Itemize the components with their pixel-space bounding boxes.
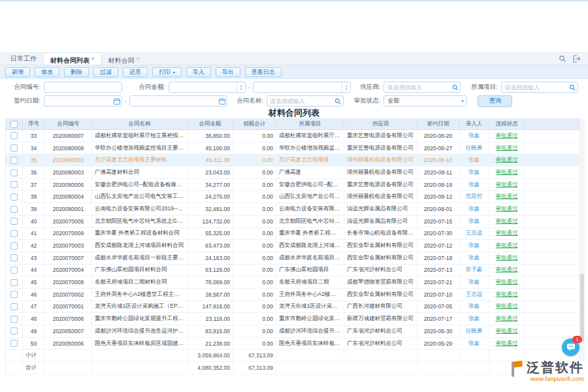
status-link[interactable]: 审批通过: [496, 205, 518, 212]
add-button[interactable]: 新增: [5, 67, 30, 77]
restore-button[interactable]: 还原: [123, 67, 148, 77]
tab-close-icon[interactable]: ×: [91, 56, 95, 61]
entry-person-link[interactable]: 张鑫: [468, 278, 480, 285]
row-checkbox[interactable]: [10, 267, 18, 274]
table-row[interactable]: 492020050007成都沙河环境综合提升改造运河护岸维修改造...83,91…: [6, 325, 580, 338]
view-log-button[interactable]: 查看日志: [245, 67, 282, 77]
row-checkbox[interactable]: [10, 193, 18, 201]
contract-no-input[interactable]: [44, 84, 122, 91]
contract-name-cell[interactable]: 成都沙河环境综合提升改造运河护岸维修改造...: [92, 325, 188, 338]
row-checkbox[interactable]: [10, 230, 18, 237]
contract-name-cell[interactable]: 成都杜甫草堂临时展厅独立展柜报警设备安装...: [92, 130, 188, 142]
contract-no-link[interactable]: 2020050006: [45, 337, 92, 350]
contract-no-link[interactable]: 2020080002: [45, 154, 92, 167]
entry-person-link[interactable]: 张鑫: [468, 242, 480, 248]
table-row[interactable]: 472020070001龙湾天街城1区设计采购施工（EPC）总承包...147,…: [6, 301, 580, 313]
row-checkbox[interactable]: [10, 327, 18, 335]
contract-name-cell[interactable]: 山西弘文房地产总公司电气安装工程材料合同: [92, 191, 188, 203]
export-button[interactable]: 导出: [216, 67, 240, 77]
contract-no-link[interactable]: 2020080006: [45, 178, 92, 191]
status-link[interactable]: 审批通过: [496, 218, 518, 224]
import-button[interactable]: 导入: [186, 67, 211, 77]
entry-person-link[interactable]: 张鑫: [468, 315, 480, 321]
row-checkbox[interactable]: [10, 279, 18, 286]
contract-name-cell[interactable]: 龙湾天街城1区设计采购施工（EPC）总承包...: [92, 301, 188, 313]
row-checkbox[interactable]: [10, 218, 18, 225]
row-checkbox[interactable]: [10, 206, 18, 213]
contract-name-cell[interactable]: 名都天府城项目二期材料合同: [92, 276, 188, 289]
contract-no-link[interactable]: 2020070004: [45, 264, 92, 276]
search-icon[interactable]: [450, 84, 460, 91]
status-link[interactable]: 审批通过: [496, 266, 518, 272]
contract-name-cell[interactable]: 重庆华夏 外奥桥工程设备材料合同: [92, 227, 188, 240]
row-checkbox[interactable]: [10, 303, 18, 310]
status-link[interactable]: 审批通过: [496, 156, 518, 163]
row-checkbox[interactable]: [10, 254, 18, 261]
contract-name-cell[interactable]: 国色天香项目实体样板房区域园建工程材料合同: [92, 337, 188, 350]
contract-no-link[interactable]: 2020070009: [45, 227, 92, 240]
table-row[interactable]: 502020050006国色天香项目实体样板房区域园建工程材料合同21,238.…: [6, 337, 580, 350]
contract-no-link[interactable]: 2020070002: [45, 288, 92, 301]
status-link[interactable]: 审批通过: [496, 315, 518, 321]
table-row[interactable]: 402020070005北京朝阳区电气中芯特气系统之GMS安装材料...124,…: [6, 215, 580, 227]
contract-name-cell[interactable]: 华软办公楼增加视频监控项目主要材料: [92, 142, 188, 154]
table-row[interactable]: 482020070006重庆市鹅岭公园绿化景观提升工程施工材料合同23,116.…: [6, 313, 580, 325]
spinner-icon[interactable]: ▴▾: [237, 82, 245, 92]
amount-from-input[interactable]: [169, 84, 237, 91]
table-row[interactable]: 432020070007成都水岸华庭名苑项目一标段主要材料24,163.000.…: [6, 252, 580, 264]
contract-no-link[interactable]: 2020080007: [45, 130, 92, 142]
status-link[interactable]: 审批通过: [496, 327, 518, 334]
tab-material-contract-list[interactable]: 材料合同列表×: [43, 52, 102, 65]
row-checkbox[interactable]: [10, 132, 18, 139]
tab-daily-work[interactable]: 日常工作: [4, 53, 43, 65]
tab-material-contract[interactable]: 材料合同×: [102, 53, 146, 65]
contract-no-link[interactable]: 2020080004: [45, 191, 92, 203]
table-row[interactable]: 332020080007成都杜甫草堂临时展厅独立展柜报警设备安装...36,85…: [6, 130, 580, 142]
delete-button[interactable]: 删除: [64, 67, 89, 77]
table-row[interactable]: 462020070002王府井商务中心A2楼透管工程主要材料28,567.000…: [6, 288, 580, 301]
row-checkbox[interactable]: [10, 169, 18, 176]
table-row[interactable]: 452020070008名都天府城项目二期材料合同78,069.000.00名都…: [6, 276, 580, 289]
spinner-icon[interactable]: ▴▾: [342, 82, 350, 92]
status-link[interactable]: 审批通过: [496, 291, 518, 297]
status-link[interactable]: 审批通过: [496, 181, 518, 188]
chat-bubble-button[interactable]: 1: [562, 338, 580, 356]
contract-name-cell[interactable]: 重庆市鹅岭公园绿化景观提升工程施工材料合同: [92, 313, 188, 325]
status-link[interactable]: 审批通过: [496, 254, 518, 261]
table-row[interactable]: 412020070009重庆华夏 外奥桥工程设备材料合同55,325.000.0…: [6, 227, 580, 240]
table-row[interactable]: 382020080004山西弘文房地产总公司电气安装工程材料合同24,275.0…: [6, 191, 580, 203]
status-select[interactable]: 全部▾: [384, 95, 467, 106]
entry-person-link[interactable]: 张鑫: [468, 302, 480, 309]
table-row[interactable]: 352020080002京沪高速北京段维修主要材料45,411.000.00京沪…: [6, 154, 580, 167]
row-checkbox[interactable]: [10, 316, 18, 323]
contract-name-cell[interactable]: 成都水岸华庭名苑项目一标段主要材料: [92, 252, 188, 264]
status-link[interactable]: 审批通过: [496, 242, 518, 248]
entry-person-link[interactable]: 张鑫: [468, 205, 480, 212]
contract-no-link[interactable]: 2020070005: [45, 215, 92, 227]
calendar-icon[interactable]: [112, 98, 122, 105]
contract-name-input[interactable]: [267, 98, 333, 105]
status-link[interactable]: 审批通过: [496, 132, 518, 139]
entry-person-link[interactable]: 张鑫: [468, 156, 480, 163]
contract-name-cell[interactable]: 京沪高速北京段维修主要材料: [92, 154, 188, 167]
entry-person-link[interactable]: 任晓果: [466, 327, 483, 334]
status-link[interactable]: 审批通过: [496, 278, 518, 285]
table-row[interactable]: 422020070003西安成都路龙湖上河城项目材料合同63,473.000.0…: [6, 240, 580, 252]
status-link[interactable]: 审批通过: [496, 169, 518, 175]
row-checkbox[interactable]: [10, 242, 18, 250]
table-row[interactable]: 362020080003广佛高速材料合同23,043.000.00广佛高速湖州丽…: [6, 167, 580, 179]
filter-button[interactable]: 过滤: [93, 67, 118, 77]
search-icon[interactable]: [333, 98, 343, 105]
entry-person-link[interactable]: 张鑫: [468, 218, 480, 224]
contract-name-cell[interactable]: 安徽合肥供电公司--配电设备检修维护和改造...: [92, 178, 188, 191]
calendar-icon[interactable]: [217, 98, 227, 105]
entry-person-link[interactable]: 王志远: [466, 229, 483, 236]
entry-person-link[interactable]: 张鑫: [468, 340, 480, 346]
amount-to-input[interactable]: [253, 84, 342, 91]
entry-person-link[interactable]: 张鑫: [468, 181, 480, 188]
entry-person-link[interactable]: 张鑫: [468, 254, 480, 261]
status-link[interactable]: 审批通过: [496, 144, 518, 151]
exit-icon[interactable]: [573, 55, 581, 63]
project-input[interactable]: [502, 84, 568, 91]
status-link[interactable]: 审批通过: [496, 302, 518, 309]
